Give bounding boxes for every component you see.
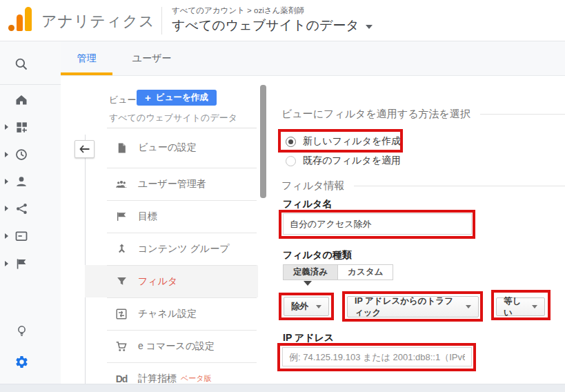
acquisition-share-icon[interactable] (13, 200, 30, 217)
chevron-down-icon (366, 25, 373, 29)
filter-funnel-icon (115, 275, 128, 288)
cart-icon (115, 340, 128, 353)
breadcrumb[interactable]: すべてのアカウント > oziさん薬剤師 (172, 6, 304, 16)
filter-action-dropdown-value: 除外 (291, 301, 308, 313)
radio-selected-icon (286, 137, 296, 147)
toggle-predefined[interactable]: 定義済み (283, 264, 338, 280)
radio-unselected-icon (286, 156, 296, 166)
menu-item-label: ユーザー管理者 (138, 178, 206, 190)
tab-user-label: ユーザー (132, 52, 172, 65)
admin-gear-icon[interactable] (13, 353, 30, 370)
filter-source-dropdown-value: IP アドレスからのトラフィック (355, 295, 459, 319)
toggle-custom-label: カスタム (348, 266, 383, 278)
radio-apply-existing-filter[interactable]: 既存のフィルタを適用 (286, 155, 401, 167)
create-view-button[interactable]: + ビューを作成 (137, 90, 217, 106)
radio-create-new-filter[interactable]: 新しいフィルタを作成 (286, 135, 401, 148)
rail-divider (0, 84, 61, 85)
dropdown-caret-icon (532, 305, 537, 308)
filter-expression-dropdown[interactable]: 等しい (496, 297, 545, 316)
menu-item-filters[interactable]: フィルタ (85, 265, 258, 297)
heading-rule (480, 114, 565, 115)
left-nav-rail (0, 41, 61, 384)
view-label: ビュー (109, 94, 137, 106)
audience-person-icon[interactable] (13, 173, 30, 190)
menu-item-label: コンテンツ グループ (138, 243, 230, 255)
apply-method-heading: ビューにフィルタを適用する方法を選択 (281, 108, 565, 121)
logo-dot (8, 25, 14, 31)
filter-info-heading: フィルタ情報 (281, 179, 565, 193)
ip-address-label: IP アドレス (283, 332, 334, 344)
admin-tab-strip: 管理 ユーザー (61, 41, 565, 76)
filter-name-input[interactable] (283, 213, 472, 235)
toggle-custom[interactable]: カスタム (338, 264, 393, 280)
menu-item-content-grouping[interactable]: コンテンツ グループ (85, 233, 258, 265)
home-icon[interactable] (13, 91, 30, 108)
calculated-metrics-dd-icon: Dd (115, 373, 128, 385)
view-settings-menu: ビューの設定 ユーザー管理者 目標 コンテンツ グループ (85, 128, 258, 392)
expand-arrow-icon[interactable] (5, 152, 8, 157)
dropdown-caret-icon (466, 305, 471, 308)
account-title: すべてのウェブサイトのデータ (172, 17, 359, 35)
filter-source-dropdown[interactable]: IP アドレスからのトラフィック (347, 296, 479, 317)
expand-arrow-icon[interactable] (5, 179, 8, 184)
tab-admin-label: 管理 (77, 52, 97, 65)
apply-method-heading-text: ビューにフィルタを適用する方法を選択 (281, 108, 470, 121)
expand-arrow-icon[interactable] (5, 124, 8, 130)
logo-bar-mid (17, 14, 23, 31)
google-analytics-admin-page: アナリティクス すべてのアカウント > oziさん薬剤師 すべてのウェブサイトの… (0, 0, 565, 392)
tab-active-underline (61, 72, 112, 75)
filter-info-heading-text: フィルタ情報 (281, 179, 344, 193)
radio-create-new-label: 新しいフィルタを作成 (303, 135, 401, 148)
menu-item-view-settings[interactable]: ビューの設定 (85, 128, 258, 168)
insights-lightbulb-icon[interactable] (13, 322, 30, 339)
header-divider (161, 7, 162, 35)
filter-name-label: フィルタ名 (283, 198, 332, 210)
admin-content: ビュー + ビューを作成 すべてのウェブサイトのデータ ビューの設定 ユーザー管… (61, 76, 565, 384)
expand-arrow-icon[interactable] (5, 206, 8, 211)
filter-expression-dropdown-value: 等しい (504, 295, 525, 319)
scrollbar[interactable] (260, 85, 266, 198)
toggle-predefined-label: 定義済み (293, 266, 328, 278)
analytics-logo-icon[interactable] (8, 6, 33, 32)
menu-item-label: e コマースの設定 (138, 340, 215, 353)
channel-icon (115, 308, 128, 320)
document-icon (115, 141, 128, 154)
expand-arrow-icon[interactable] (5, 261, 8, 266)
create-view-button-label: ビューを作成 (156, 92, 208, 104)
conversions-flag-icon[interactable] (13, 255, 30, 272)
active-toggle-pointer-icon (304, 281, 312, 286)
tab-admin[interactable]: 管理 (61, 41, 112, 75)
menu-item-channel-settings[interactable]: チャネル設定 (85, 297, 258, 330)
expand-arrow-icon[interactable] (5, 233, 8, 239)
search-icon[interactable] (13, 56, 30, 72)
radio-apply-existing-label: 既存のフィルタを適用 (303, 155, 401, 167)
menu-item-goals[interactable]: 目標 (85, 200, 258, 233)
dropdown-caret-icon (316, 305, 321, 308)
menu-item-label: 計算指標 (138, 373, 177, 385)
filter-type-label: フィルタの種類 (283, 249, 352, 262)
filter-action-dropdown[interactable]: 除外 (284, 297, 329, 316)
people-icon (115, 178, 128, 190)
plus-icon: + (145, 92, 151, 103)
tab-user[interactable]: ユーザー (121, 41, 183, 75)
behavior-card-icon[interactable] (13, 228, 30, 244)
heading-rule (354, 186, 565, 186)
footer-strip (0, 384, 565, 392)
beta-badge: ベータ版 (181, 373, 212, 384)
logo-bar-tall (25, 7, 32, 31)
current-view-name: すべてのウェブサイトのデータ (109, 112, 237, 124)
merge-icon (115, 243, 128, 255)
app-name: アナリティクス (41, 11, 155, 32)
app-header: アナリティクス すべてのアカウント > oziさん薬剤師 すべてのウェブサイトの… (0, 0, 565, 41)
account-selector[interactable]: すべてのウェブサイトのデータ (172, 17, 373, 35)
menu-item-label: ビューの設定 (138, 141, 197, 154)
realtime-clock-icon[interactable] (13, 146, 30, 163)
menu-item-label: フィルタ (138, 275, 177, 288)
ip-address-input[interactable] (282, 347, 472, 366)
flag-icon (115, 210, 128, 223)
menu-item-ecommerce-settings[interactable]: e コマースの設定 (85, 330, 258, 362)
customization-icon[interactable] (13, 119, 30, 135)
menu-item-label: チャネル設定 (138, 308, 197, 320)
filter-type-toggle: 定義済み カスタム (283, 264, 393, 280)
menu-item-user-management[interactable]: ユーザー管理者 (85, 168, 258, 200)
